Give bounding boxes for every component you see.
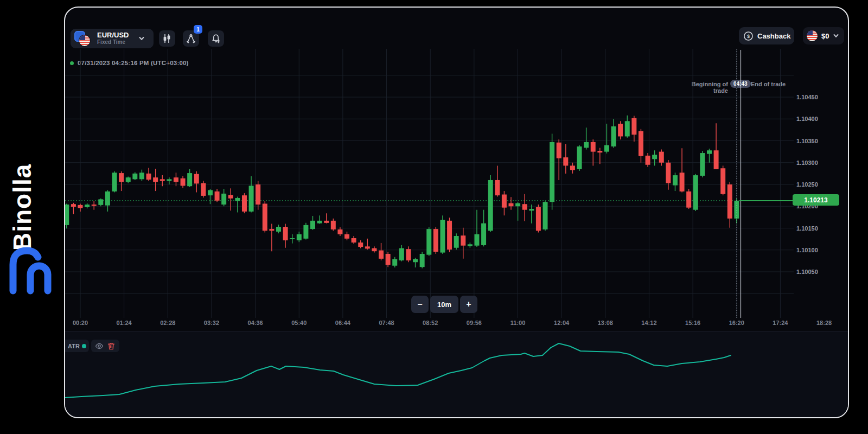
pair-flags-icon bbox=[73, 30, 95, 47]
usd-account-flag-icon bbox=[807, 30, 818, 41]
cashback-icon: $ bbox=[743, 31, 754, 41]
time-axis-label: 18:28 bbox=[816, 320, 832, 326]
time-axis-label: 13:08 bbox=[598, 320, 613, 326]
bell-plus-icon bbox=[211, 34, 221, 43]
price-axis-label: 1.10300 bbox=[796, 158, 818, 167]
alerts-button[interactable] bbox=[208, 30, 224, 47]
time-axis-label: 12:04 bbox=[554, 320, 569, 326]
timeframe-increase-button[interactable]: + bbox=[460, 296, 477, 313]
time-axis-label: 00:20 bbox=[73, 320, 88, 326]
pair-selector[interactable]: EUR/USD Fixed Time bbox=[71, 29, 154, 48]
binolla-logo bbox=[8, 244, 56, 295]
time-axis-label: 03:32 bbox=[204, 320, 219, 326]
balance-amount: $0 bbox=[821, 32, 829, 40]
compass-icon bbox=[186, 34, 196, 43]
time-axis-label: 01:24 bbox=[117, 320, 132, 326]
price-axis-label: 1.10350 bbox=[796, 137, 818, 145]
time-axis-label: 07:48 bbox=[379, 320, 394, 326]
price-axis-label: 1.10050 bbox=[796, 267, 818, 276]
chevron-down-icon bbox=[833, 33, 839, 39]
price-axis-label: 1.10450 bbox=[796, 93, 818, 101]
chevron-down-icon bbox=[139, 36, 144, 41]
time-axis-label: 06:44 bbox=[335, 320, 350, 326]
time-axis-label: 08:52 bbox=[423, 320, 438, 326]
visibility-eye-icon[interactable] bbox=[95, 342, 104, 350]
time-axis-label: 16:20 bbox=[729, 320, 744, 326]
candlestick-chart[interactable] bbox=[65, 49, 794, 318]
indicators-count-badge: 1 bbox=[194, 25, 202, 34]
cashback-button[interactable]: $ Cashback bbox=[739, 27, 794, 44]
time-axis-label: 09:56 bbox=[467, 320, 482, 326]
brand-wordmark: Binolla bbox=[8, 126, 47, 251]
price-axis-label: 1.10400 bbox=[796, 114, 818, 123]
atr-tools bbox=[91, 340, 119, 352]
atr-color-dot-icon bbox=[82, 344, 86, 348]
chart-type-button[interactable] bbox=[159, 30, 175, 47]
candles-icon bbox=[162, 34, 172, 43]
price-axis-label: 1.10100 bbox=[796, 246, 818, 254]
account-balance-selector[interactable]: $0 bbox=[803, 27, 844, 44]
time-axis-label: 04:36 bbox=[248, 320, 263, 326]
time-axis-label: 17:24 bbox=[773, 320, 788, 326]
pair-symbol: EUR/USD bbox=[97, 31, 129, 39]
atr-label: ATR bbox=[68, 343, 80, 349]
timeframe-value[interactable]: 10m bbox=[430, 296, 458, 313]
trading-panel: EUR/USD Fixed Time 1 $ Cashback $0 bbox=[64, 7, 849, 418]
time-axis-label: 11:00 bbox=[510, 320, 526, 326]
cashback-label: Cashback bbox=[757, 32, 790, 40]
price-axis-label: 1.10250 bbox=[796, 180, 818, 189]
atr-indicator-chart bbox=[65, 331, 794, 407]
delete-trash-icon[interactable] bbox=[107, 342, 116, 350]
svg-text:$: $ bbox=[747, 34, 750, 39]
time-axis-label: 14:12 bbox=[641, 320, 656, 326]
usd-flag-icon bbox=[79, 35, 90, 46]
time-axis-label: 02:28 bbox=[160, 320, 175, 326]
time-axis-label: 05:40 bbox=[291, 320, 307, 326]
price-axis-label: 1.10150 bbox=[796, 224, 818, 233]
pair-texts: EUR/USD Fixed Time bbox=[97, 31, 129, 46]
timeframe-decrease-button[interactable]: − bbox=[411, 296, 429, 313]
atr-indicator-pill[interactable]: ATR bbox=[65, 340, 89, 352]
time-axis-label: 15:16 bbox=[685, 320, 700, 326]
current-price-badge: 1.10213 bbox=[793, 194, 839, 206]
pair-mode: Fixed Time bbox=[97, 39, 129, 46]
